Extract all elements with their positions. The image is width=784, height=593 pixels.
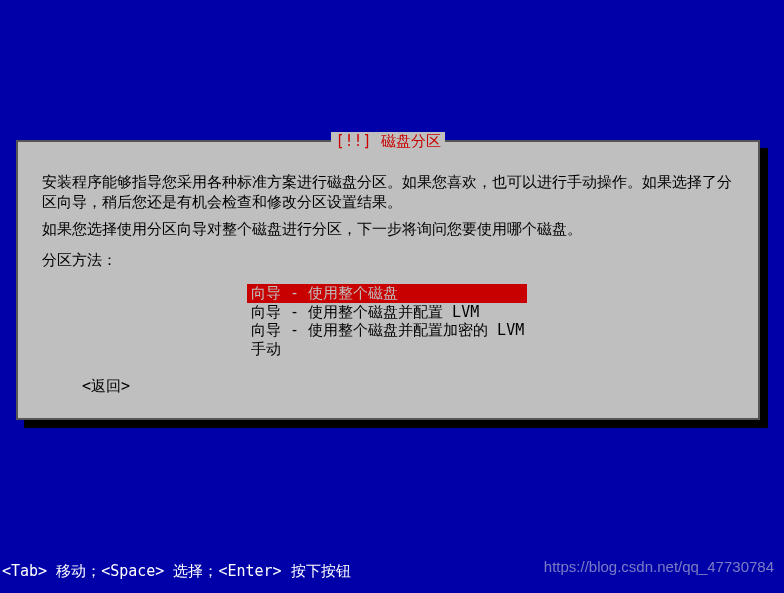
dialog-title-wrap: [!!] 磁盘分区 (18, 132, 758, 151)
menu-item-guided-entire-disk[interactable]: 向导 - 使用整个磁盘 (247, 284, 527, 303)
partition-method-menu: 向导 - 使用整个磁盘 向导 - 使用整个磁盘并配置 LVM 向导 - 使用整个… (247, 284, 567, 359)
prompt-label: 分区方法： (42, 251, 734, 270)
dialog-title: [!!] 磁盘分区 (331, 132, 444, 151)
partition-dialog: [!!] 磁盘分区 安装程序能够指导您采用各种标准方案进行磁盘分区。如果您喜欢，… (16, 140, 760, 420)
watermark: https://blog.csdn.net/qq_47730784 (544, 558, 774, 575)
menu-item-guided-lvm[interactable]: 向导 - 使用整个磁盘并配置 LVM (247, 303, 567, 322)
menu-item-guided-encrypted-lvm[interactable]: 向导 - 使用整个磁盘并配置加密的 LVM (247, 321, 567, 340)
dialog-body: 安装程序能够指导您采用各种标准方案进行磁盘分区。如果您喜欢，也可以进行手动操作。… (42, 172, 734, 239)
menu-item-manual[interactable]: 手动 (247, 340, 567, 359)
dialog-paragraph-2: 如果您选择使用分区向导对整个磁盘进行分区，下一步将询问您要使用哪个磁盘。 (42, 219, 734, 239)
back-button[interactable]: <返回> (82, 377, 130, 396)
footer-help-text: <Tab> 移动；<Space> 选择；<Enter> 按下按钮 (2, 562, 351, 581)
dialog-paragraph-1: 安装程序能够指导您采用各种标准方案进行磁盘分区。如果您喜欢，也可以进行手动操作。… (42, 172, 734, 213)
